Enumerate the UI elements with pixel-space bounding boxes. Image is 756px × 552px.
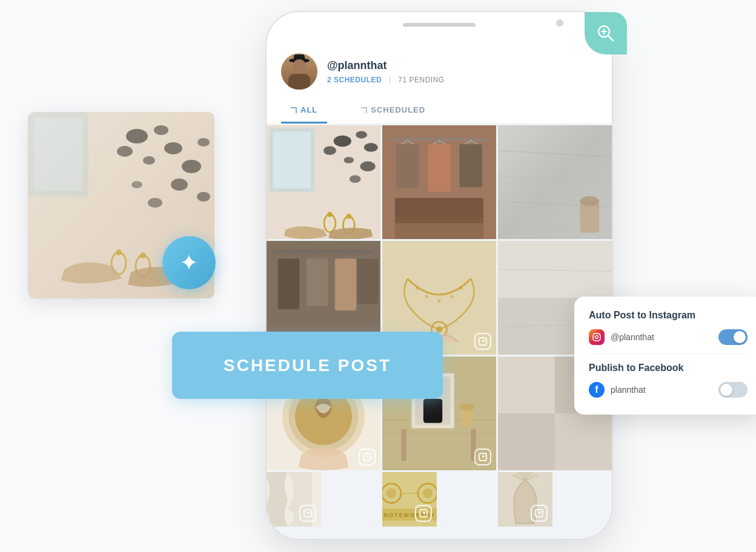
svg-rect-38: [428, 144, 451, 191]
svg-point-65: [425, 295, 428, 298]
ig-overlay-5: [474, 333, 491, 350]
facebook-account-name: plannthat: [611, 385, 646, 395]
svg-line-118: [608, 36, 613, 41]
svg-rect-40: [459, 144, 482, 187]
grid-cell-12: [498, 472, 552, 527]
tab-all-corner: [291, 107, 297, 113]
profile-header: @plannthat 2 SCHEDULED | 71 PENDING: [267, 42, 612, 98]
svg-point-32: [346, 214, 351, 218]
ig-overlay-10: [299, 505, 316, 522]
grid-cell-11: NOTEWORTHY: [382, 472, 437, 527]
svg-rect-56: [307, 258, 328, 306]
svg-point-25: [343, 157, 354, 163]
svg-point-27: [360, 162, 376, 172]
zoom-badge[interactable]: [585, 12, 627, 54]
svg-point-64: [416, 287, 419, 290]
svg-point-24: [364, 143, 378, 152]
avatar-body: [288, 74, 310, 90]
avatar: [281, 53, 317, 90]
svg-point-90: [459, 403, 474, 411]
svg-point-26: [323, 146, 336, 155]
phone-notch: [403, 23, 476, 27]
svg-point-28: [350, 176, 361, 183]
instagram-account: @plannthat: [589, 329, 654, 345]
phone-camera: [556, 19, 563, 27]
ig-overlay-8: [474, 448, 491, 465]
instagram-row: @plannthat: [589, 329, 748, 345]
svg-rect-21: [273, 131, 311, 188]
sparkle-icon: ✦: [179, 251, 199, 274]
svg-point-30: [327, 212, 332, 217]
facebook-row: f plannthat: [589, 382, 748, 398]
instagram-toggle[interactable]: [718, 329, 748, 345]
svg-rect-87: [401, 429, 406, 461]
svg-rect-95: [555, 413, 612, 470]
profile-stats: 2 SCHEDULED | 71 PENDING: [327, 76, 597, 84]
tab-scheduled[interactable]: SCHEDULED: [351, 98, 435, 123]
profile-info: @plannthat 2 SCHEDULED | 71 PENDING: [327, 59, 597, 84]
avatar-head: [293, 59, 306, 73]
svg-point-66: [437, 300, 440, 303]
image-grid: NOTEWORTHY: [267, 125, 612, 527]
facebook-title: Publish to Facebook: [589, 363, 748, 373]
svg-rect-60: [357, 258, 379, 304]
phone-mockup: @plannthat 2 SCHEDULED | 71 PENDING ALL …: [267, 12, 612, 539]
pending-count: 71 PENDING: [398, 76, 444, 84]
facebook-account: f plannthat: [589, 382, 646, 398]
svg-rect-92: [498, 356, 555, 413]
grid-cell-1: [267, 125, 380, 239]
tabs-row: ALL SCHEDULED: [267, 98, 612, 124]
svg-point-122: [595, 336, 598, 339]
grid-cell-3: [498, 125, 612, 239]
svg-point-50: [580, 196, 599, 206]
schedule-post-button[interactable]: SCHEDULE POST: [172, 332, 443, 399]
svg-point-22: [334, 136, 351, 147]
instagram-account-name: @plannthat: [611, 332, 654, 342]
ig-overlay-7: [359, 448, 376, 465]
tab-scheduled-label: SCHEDULED: [371, 105, 425, 114]
tab-all-label: ALL: [300, 105, 317, 114]
svg-point-104: [423, 488, 433, 498]
popup-divider: [589, 353, 748, 354]
svg-point-23: [356, 131, 367, 139]
svg-point-68: [460, 287, 463, 290]
svg-point-67: [450, 295, 453, 298]
grid-cell-10: [267, 472, 321, 527]
stat-divider: |: [389, 76, 391, 84]
svg-rect-42: [395, 217, 483, 239]
svg-rect-36: [396, 144, 419, 188]
facebook-toggle[interactable]: [718, 382, 748, 398]
svg-point-123: [598, 335, 600, 336]
svg-rect-52: [273, 251, 374, 253]
sparkle-button[interactable]: ✦: [162, 236, 216, 289]
instagram-title: Auto Post to Instagram: [589, 310, 748, 321]
svg-rect-94: [498, 413, 555, 470]
facebook-logo: f: [589, 382, 605, 398]
profile-username: @plannthat: [327, 59, 597, 72]
ig-overlay-11: [415, 505, 432, 522]
grid-cell-2: [382, 125, 496, 239]
svg-rect-86: [423, 399, 442, 423]
instagram-logo: [589, 329, 605, 345]
svg-point-101: [386, 488, 396, 498]
svg-rect-54: [278, 258, 300, 309]
tab-scheduled-corner: [361, 107, 367, 113]
svg-rect-58: [335, 258, 357, 310]
phone-content: @plannthat 2 SCHEDULED | 71 PENDING ALL …: [267, 42, 612, 539]
tab-all[interactable]: ALL: [281, 98, 327, 123]
schedule-post-label: SCHEDULE POST: [224, 356, 391, 375]
popup-card: Auto Post to Instagram @plannthat Publis…: [574, 297, 756, 415]
instagram-section: Auto Post to Instagram @plannthat: [589, 310, 748, 345]
facebook-section: Publish to Facebook f plannthat: [589, 363, 748, 398]
zoom-icon: [596, 24, 615, 43]
scheduled-count: 2 SCHEDULED: [327, 76, 382, 84]
ig-overlay-12: [531, 505, 548, 522]
svg-rect-121: [593, 334, 600, 341]
